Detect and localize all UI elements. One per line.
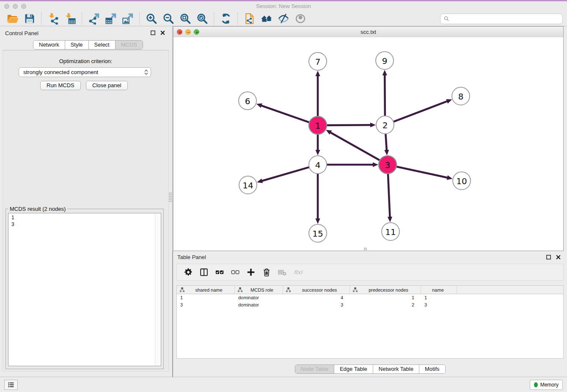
frame-minimize-icon[interactable] [185, 29, 191, 35]
select-all-button[interactable] [212, 265, 227, 279]
tab-style[interactable]: Style [65, 41, 89, 49]
graph-edge-4-14[interactable] [257, 167, 309, 183]
export-network-button[interactable] [85, 12, 102, 25]
column-header-successor-nodes[interactable]: successor nodes [283, 286, 350, 294]
search-input[interactable] [450, 15, 560, 22]
frame-close-icon[interactable] [177, 29, 182, 35]
graph-node-10[interactable]: 10 [453, 172, 471, 190]
table-tab-edge-table[interactable]: Edge Table [334, 365, 373, 373]
export-table-icon [105, 13, 117, 25]
panel-splitter-handle[interactable] [169, 193, 172, 202]
close-table-panel-icon[interactable] [556, 254, 561, 260]
float-table-panel-icon[interactable] [546, 254, 551, 260]
graph-edge-2-3[interactable] [384, 134, 389, 155]
delete-row-button[interactable] [259, 265, 274, 279]
graph-node-6[interactable]: 6 [239, 92, 256, 110]
zoom-in-button[interactable] [143, 12, 160, 25]
graph-edge-1-2[interactable] [327, 123, 376, 127]
optimization-criterion-select[interactable]: strongly connected component [19, 67, 151, 77]
toggle-graphics-details-button[interactable] [292, 12, 309, 25]
zoom-selected-button[interactable] [194, 12, 211, 25]
column-label: successor nodes [291, 287, 350, 293]
zoom-fit-button[interactable] [177, 12, 194, 25]
home-button[interactable] [258, 12, 275, 25]
search-box[interactable] [440, 14, 563, 24]
mcds-panel: Optimization criterion: strongly connect… [3, 50, 169, 372]
graph-edge-4-3[interactable] [327, 162, 378, 167]
graph-edge-2-8[interactable] [394, 99, 452, 121]
table-toolbar: f(x) [176, 264, 564, 281]
column-header-shared-name[interactable]: shared name [177, 286, 235, 294]
graph-edge-1-4[interactable] [315, 134, 320, 155]
graph-edge-4-15[interactable] [315, 174, 320, 224]
table-tab-motifs[interactable]: Motifs [419, 365, 445, 373]
toolbar-separator [82, 12, 83, 25]
memory-button[interactable]: Memory [530, 380, 563, 390]
open-folder-button[interactable] [4, 12, 21, 25]
column-header-predecessor-nodes[interactable]: predecessor nodes [350, 286, 421, 294]
export-image-button[interactable] [119, 12, 136, 25]
table-tab-node-table[interactable]: Node Table [295, 365, 334, 373]
zoom-traffic-light-icon[interactable] [21, 4, 26, 9]
tab-select[interactable]: Select [89, 41, 116, 49]
add-row-button[interactable] [244, 265, 258, 279]
graph-node-9[interactable]: 9 [376, 52, 394, 69]
node-label: 1 [315, 121, 321, 131]
refresh-button[interactable] [217, 12, 234, 25]
frame-resize-handle[interactable] [364, 248, 367, 250]
frame-maximize-icon[interactable] [194, 29, 199, 35]
tab-mcds[interactable]: MCDS [116, 41, 143, 49]
task-history-button[interactable] [4, 380, 18, 390]
table-cell: dominator [235, 294, 283, 301]
settings-gear-button[interactable] [181, 265, 195, 279]
graph-node-15[interactable]: 15 [309, 224, 327, 242]
deselect-all-button[interactable] [228, 265, 242, 279]
column-header-mcds-role[interactable]: MCDS role [235, 286, 283, 294]
network-file-button[interactable] [241, 12, 258, 25]
svg-text:f(x): f(x) [294, 269, 303, 275]
table-cell: 3 [421, 301, 457, 309]
toolbar-separator [237, 12, 238, 25]
export-table-button[interactable] [102, 12, 119, 25]
table-row[interactable]: 1dominator411 [177, 294, 563, 301]
graph-node-4[interactable]: 4 [309, 156, 327, 174]
graph-node-14[interactable]: 14 [239, 176, 257, 194]
close-panel-button[interactable]: Close panel [86, 81, 128, 90]
refresh-icon [220, 13, 232, 25]
graph-node-1[interactable]: 1 [309, 116, 327, 134]
toggle-graphics-details-icon [295, 13, 306, 25]
column-header-name[interactable]: name [421, 286, 457, 294]
graph-edge-2-9[interactable] [383, 70, 387, 116]
graph-edge-3-11[interactable] [388, 174, 392, 222]
network-window-title: scc.txt [173, 27, 563, 37]
save-button[interactable] [21, 12, 38, 25]
graph-edge-1-7[interactable] [315, 71, 320, 116]
close-traffic-light-icon[interactable] [4, 4, 9, 9]
graph-edge-1-6[interactable] [256, 103, 309, 122]
tab-network[interactable]: Network [33, 41, 65, 49]
import-network-button[interactable] [45, 12, 62, 25]
graph-node-7[interactable]: 7 [309, 52, 327, 70]
float-panel-icon[interactable] [150, 30, 156, 36]
graph-node-11[interactable]: 11 [382, 223, 399, 240]
network-canvas[interactable]: 1234678910111415 [173, 37, 563, 251]
run-mcds-button[interactable]: Run MCDS [40, 81, 81, 90]
graph-node-8[interactable]: 8 [452, 87, 470, 105]
graph-edge-3-10[interactable] [396, 166, 453, 180]
result-scrollbar[interactable] [155, 213, 161, 366]
mcds-result-text[interactable]: 1 3 [11, 214, 14, 228]
toolbar-separator [139, 12, 140, 25]
show-columns-button[interactable] [197, 265, 211, 279]
close-panel-icon[interactable] [160, 30, 165, 36]
hide-graphics-button[interactable] [275, 12, 292, 25]
graph-node-2[interactable]: 2 [376, 116, 394, 134]
network-window-titlebar[interactable]: scc.txt [173, 27, 563, 38]
minimize-traffic-light-icon[interactable] [13, 4, 18, 9]
table-row[interactable]: 3dominator323 [177, 301, 563, 309]
import-table-button[interactable] [62, 12, 79, 25]
zoom-out-button[interactable] [160, 12, 177, 25]
table-tab-network-table[interactable]: Network Table [373, 365, 419, 373]
table-panel-header: Table Panel [173, 251, 567, 263]
graph-node-3[interactable]: 3 [379, 156, 396, 174]
graph-edge-3-1[interactable] [326, 130, 380, 160]
